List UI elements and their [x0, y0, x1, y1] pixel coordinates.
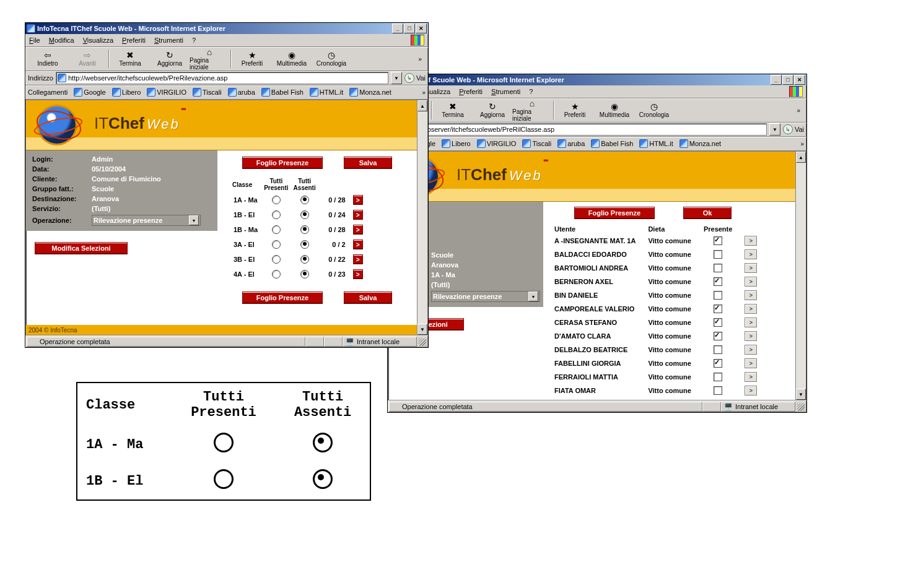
expand-row-button[interactable]: >	[745, 236, 757, 246]
expand-row-button[interactable]: >	[745, 249, 757, 259]
foglio-presenze-button-top[interactable]: Foglio Presenze	[242, 157, 323, 169]
resize-grip[interactable]	[417, 337, 427, 347]
menu-item[interactable]: Visualizza	[83, 37, 113, 44]
link-virgilio[interactable]: VIRGILIO	[147, 88, 186, 97]
close-button[interactable]: ✕	[416, 24, 427, 33]
go-button[interactable]: ↳ Vai	[783, 124, 804, 134]
minimize-button[interactable]: _	[771, 75, 782, 85]
address-input[interactable]: http://webserver/itchefscuoleweb/PreRile…	[56, 72, 388, 84]
link-babel fish[interactable]: Babel Fish	[261, 88, 304, 97]
radio-tutti-presenti[interactable]	[272, 270, 281, 279]
link-aruba[interactable]: aruba	[557, 139, 585, 148]
resize-grip[interactable]	[795, 402, 805, 412]
radio-tutti-assenti[interactable]	[300, 196, 309, 204]
zoom-radio-presenti[interactable]	[214, 433, 234, 452]
menu-item[interactable]: File	[29, 37, 40, 44]
toolbar-preferiti[interactable]: ★Preferiti	[555, 102, 595, 118]
zoom-radio-assenti[interactable]	[313, 469, 333, 489]
toolbar-aggiorna[interactable]: ↻Aggiorna	[473, 102, 512, 118]
link-virgilio[interactable]: VIRGILIO	[477, 139, 517, 148]
link-monza.net[interactable]: Monza.net	[679, 139, 721, 148]
save-button-bottom[interactable]: Salva	[344, 292, 392, 304]
menu-item[interactable]: Preferiti	[122, 37, 146, 44]
checkbox-presente[interactable]	[714, 305, 722, 313]
menu-item[interactable]: Modifica	[49, 37, 74, 44]
maximize-button[interactable]: □	[782, 75, 793, 85]
open-class-button[interactable]: >	[353, 210, 363, 220]
link-libero[interactable]: Libero	[112, 88, 141, 97]
vertical-scrollbar[interactable]: ▲ ▼	[417, 100, 427, 335]
foglio-presenze-button-bottom[interactable]: Foglio Presenze	[242, 292, 323, 304]
address-input[interactable]: http://webserver/itchefscuoleweb/PreRilC…	[389, 123, 767, 136]
toolbar-termina[interactable]: ✖Termina	[433, 102, 473, 118]
scroll-down-button[interactable]: ▼	[417, 324, 427, 335]
radio-tutti-assenti[interactable]	[300, 210, 309, 219]
radio-tutti-presenti[interactable]	[272, 210, 281, 219]
links-overflow[interactable]: »	[422, 89, 426, 96]
open-class-button[interactable]: >	[353, 254, 363, 264]
radio-tutti-presenti[interactable]	[272, 225, 281, 234]
scroll-track[interactable]	[796, 163, 806, 389]
close-button[interactable]: ✕	[794, 75, 805, 85]
link-html.it[interactable]: HTML.it	[639, 139, 673, 148]
radio-tutti-assenti[interactable]	[300, 255, 309, 264]
menu-item[interactable]: Preferiti	[459, 88, 483, 95]
zoom-radio-assenti[interactable]	[313, 433, 333, 452]
expand-row-button[interactable]: >	[745, 277, 757, 287]
toolbar-cronologia[interactable]: ◷Cronologia	[634, 102, 674, 118]
scroll-down-button[interactable]: ▼	[796, 389, 806, 400]
save-button-top[interactable]: Salva	[344, 157, 392, 169]
foglio-presenze-button[interactable]: Foglio Presenze	[574, 207, 655, 219]
toolbar-preferiti[interactable]: ★Preferiti	[232, 51, 272, 67]
toolbar-cronologia[interactable]: ◷Cronologia	[312, 51, 351, 67]
toolbar-overflow[interactable]: »	[418, 56, 426, 63]
operation-select[interactable]: Rilevazione presenze ▼	[431, 291, 540, 302]
checkbox-presente[interactable]	[714, 236, 722, 245]
expand-row-button[interactable]: >	[745, 386, 757, 396]
radio-tutti-presenti[interactable]	[272, 240, 281, 249]
go-button[interactable]: ↳ Vai	[404, 73, 426, 83]
radio-tutti-assenti[interactable]	[300, 225, 309, 234]
address-dropdown[interactable]: ▼	[391, 72, 402, 84]
toolbar-overflow[interactable]: »	[797, 107, 804, 114]
modify-selections-button[interactable]: Modifica Selezioni	[35, 242, 128, 254]
link-google[interactable]: Google	[74, 88, 105, 97]
radio-tutti-assenti[interactable]	[300, 270, 309, 279]
expand-row-button[interactable]: >	[745, 290, 757, 300]
open-class-button[interactable]: >	[353, 240, 363, 249]
menu-item[interactable]: ?	[192, 37, 196, 44]
expand-row-button[interactable]: >	[745, 263, 757, 273]
link-babel fish[interactable]: Babel Fish	[591, 139, 633, 148]
toolbar-indietro[interactable]: ⇦Indietro	[28, 51, 68, 67]
checkbox-presente[interactable]	[714, 359, 722, 368]
radio-tutti-presenti[interactable]	[272, 255, 281, 264]
checkbox-presente[interactable]	[714, 345, 722, 354]
toolbar-pagina-iniziale[interactable]: ⌂Pagina iniziale	[512, 99, 552, 122]
link-monza.net[interactable]: Monza.net	[349, 88, 391, 97]
menu-item[interactable]: ?	[529, 88, 533, 95]
expand-row-button[interactable]: >	[745, 345, 757, 355]
expand-row-button[interactable]: >	[745, 331, 757, 341]
checkbox-presente[interactable]	[714, 277, 722, 286]
titlebar[interactable]: InfoTecna ITChef Scuole Web - Microsoft …	[25, 23, 428, 34]
maximize-button[interactable]: □	[404, 24, 415, 33]
ok-button[interactable]: Ok	[683, 207, 732, 219]
titlebar[interactable]: na ITChef Scuole Web - Microsoft Interne…	[388, 74, 806, 85]
menu-item[interactable]: Strumenti	[154, 37, 183, 44]
toolbar-multimedia[interactable]: ◉Multimedia	[595, 102, 634, 118]
radio-tutti-presenti[interactable]	[272, 196, 281, 204]
checkbox-presente[interactable]	[714, 318, 722, 327]
operation-select[interactable]: Rilevazione presenze ▼	[92, 215, 201, 226]
links-overflow[interactable]: »	[800, 141, 804, 147]
checkbox-presente[interactable]	[714, 264, 722, 272]
scroll-track[interactable]	[417, 111, 427, 324]
open-class-button[interactable]: >	[353, 195, 363, 205]
checkbox-presente[interactable]	[714, 250, 722, 259]
radio-tutti-assenti[interactable]	[300, 240, 309, 249]
expand-row-button[interactable]: >	[745, 358, 757, 368]
expand-row-button[interactable]: >	[745, 372, 757, 382]
open-class-button[interactable]: >	[353, 269, 363, 279]
checkbox-presente[interactable]	[714, 332, 722, 340]
link-tiscali[interactable]: Tiscali	[193, 88, 222, 97]
link-tiscali[interactable]: Tiscali	[522, 139, 551, 148]
